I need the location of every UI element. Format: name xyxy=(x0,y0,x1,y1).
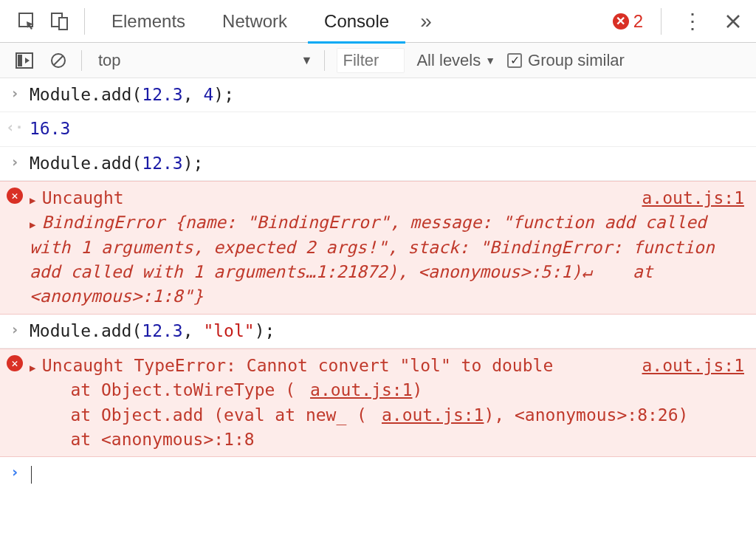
console-input-row: › Module.add(12.3, 4); xyxy=(0,78,756,112)
svg-rect-4 xyxy=(18,55,22,66)
checkbox-icon xyxy=(507,53,522,68)
console-error-row: ✕ a.out.js:1▶ Uncaught ▶ BindingError {n… xyxy=(0,181,756,315)
devtools-tabbar: Elements Network Console » ✕ 2 ⋮ xyxy=(0,0,756,43)
group-similar-label: Group similar xyxy=(528,51,625,70)
context-label: top xyxy=(94,48,126,73)
tab-console[interactable]: Console xyxy=(308,0,405,43)
error-icon: ✕ xyxy=(7,188,23,204)
expand-icon[interactable]: ▶ xyxy=(30,194,42,206)
error-count-badge[interactable]: ✕ 2 xyxy=(605,0,650,43)
console-entry: 16.3 xyxy=(30,117,756,141)
prompt-icon: › xyxy=(10,463,19,481)
console-result-row: ‹· 16.3 xyxy=(0,112,756,146)
error-icon: ✕ xyxy=(7,355,23,371)
separator xyxy=(661,8,662,35)
log-level-selector[interactable]: All levels ▼ xyxy=(416,51,495,70)
log-level-label: All levels xyxy=(416,51,481,70)
more-tabs-icon[interactable]: » xyxy=(410,0,442,43)
toggle-device-icon[interactable] xyxy=(46,7,74,35)
console-entry: Module.add(12.3, "lol"); xyxy=(30,319,756,343)
tab-elements[interactable]: Elements xyxy=(95,0,202,43)
filter-input[interactable] xyxy=(337,48,405,73)
context-selector[interactable]: top ▼ xyxy=(94,48,312,73)
source-link[interactable]: a.out.js:1 xyxy=(642,354,744,378)
source-link[interactable]: a.out.js:1 xyxy=(382,405,484,425)
error-icon: ✕ xyxy=(613,13,629,30)
chevron-down-icon: ▼ xyxy=(485,55,495,66)
console-error-row: ✕ ▶ Uncaught TypeError: Cannot convert "… xyxy=(0,349,756,457)
result-icon: ‹· xyxy=(6,118,24,136)
console-log: › Module.add(12.3, 4); ‹· 16.3 › Module.… xyxy=(0,78,756,491)
console-entry[interactable]: a.out.js:1▶ Uncaught ▶ BindingError {nam… xyxy=(30,186,756,309)
clear-console-icon[interactable] xyxy=(47,49,69,72)
inspect-element-icon[interactable] xyxy=(13,7,41,35)
console-toolbar: top ▼ All levels ▼ Group similar xyxy=(0,43,756,78)
console-entry[interactable]: ▶ Uncaught TypeError: Cannot convert "lo… xyxy=(30,354,756,452)
console-input-row: › Module.add(12.3); xyxy=(0,147,756,181)
chevron-down-icon: ▼ xyxy=(301,54,313,67)
source-link[interactable]: a.out.js:1 xyxy=(642,186,744,210)
console-entry: Module.add(12.3); xyxy=(30,151,756,176)
close-icon[interactable] xyxy=(718,13,749,30)
console-prompt-row[interactable]: › xyxy=(0,457,756,490)
expand-icon[interactable]: ▶ xyxy=(30,219,42,230)
prompt-icon: › xyxy=(10,84,19,102)
toggle-sidebar-icon[interactable] xyxy=(13,49,35,72)
source-link[interactable]: a.out.js:1 xyxy=(310,380,412,399)
tab-network[interactable]: Network xyxy=(206,0,303,43)
prompt-icon: › xyxy=(10,320,19,338)
svg-rect-2 xyxy=(59,18,67,30)
separator xyxy=(81,50,82,71)
group-similar-checkbox[interactable]: Group similar xyxy=(507,51,625,70)
error-count: 2 xyxy=(633,11,643,32)
separator xyxy=(84,8,85,35)
console-input[interactable] xyxy=(30,461,756,486)
kebab-menu-icon[interactable]: ⋮ xyxy=(672,9,713,33)
console-input-row: › Module.add(12.3, "lol"); xyxy=(0,315,756,349)
console-entry: Module.add(12.3, 4); xyxy=(30,83,756,107)
separator xyxy=(324,50,325,71)
prompt-icon: › xyxy=(10,153,19,171)
expand-icon[interactable]: ▶ xyxy=(30,362,42,374)
